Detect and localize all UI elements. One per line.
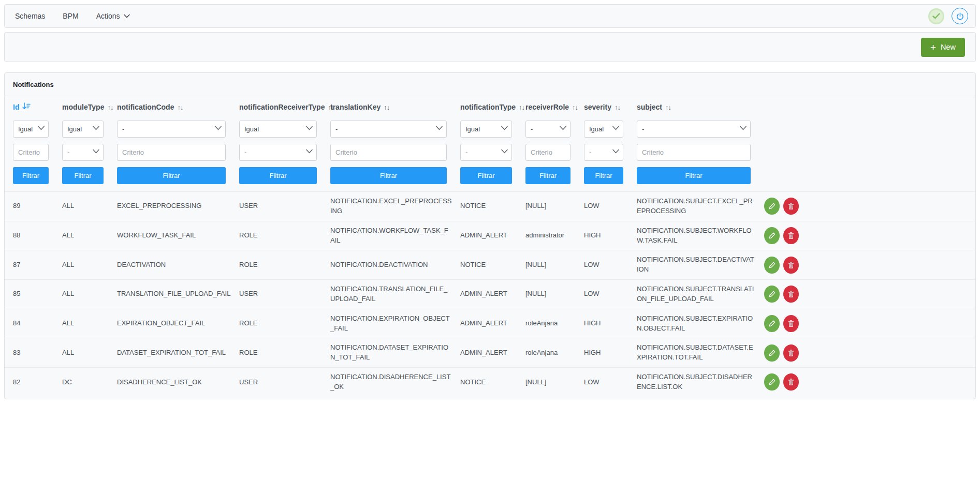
table-row: 88ALLWORKFLOW_TASK_FAILROLENOTIFICATION.… [5, 221, 975, 250]
filter-select-notificationReceiverType-1-control[interactable]: Igual [239, 121, 317, 138]
filter-select-severity-2: - [584, 144, 623, 161]
filter-select-translationKey-1: - [330, 121, 447, 138]
nav-item-actions[interactable]: Actions [96, 12, 130, 20]
filter-button-id[interactable]: Filtrar [13, 167, 49, 184]
edit-button[interactable] [764, 373, 780, 391]
new-button-label: New [941, 43, 956, 51]
cell-notificationCode: DISADHERENCE_LIST_OK [117, 368, 239, 397]
column-header-moduleType[interactable]: moduleType↑↓ [62, 96, 117, 116]
pencil-icon [769, 320, 776, 327]
cell-severity: LOW [584, 368, 637, 397]
cell-actions [764, 192, 975, 221]
filter-select-notificationReceiverType-2-control[interactable]: - [239, 144, 317, 161]
delete-button[interactable] [783, 198, 799, 215]
filter-select-notificationType-2-control[interactable]: - [460, 144, 512, 161]
edit-button[interactable] [764, 286, 780, 303]
filter-select-subject-1-control[interactable]: - [637, 121, 751, 138]
filter-button-notificationReceiverType[interactable]: Filtrar [239, 167, 317, 184]
filter-input-id[interactable] [13, 144, 49, 161]
delete-button[interactable] [783, 315, 799, 332]
pencil-icon [769, 291, 776, 297]
column-header-notificationCode[interactable]: notificationCode↑↓ [117, 96, 239, 116]
top-nav-bar: Schemas BPM Actions [4, 4, 976, 28]
filter-select-receiverRole-1-control[interactable]: - [525, 121, 571, 138]
column-header-receiverRole[interactable]: receiverRole↑↓ [525, 96, 584, 116]
nav-item-schemas[interactable]: Schemas [15, 12, 45, 20]
cell-severity: LOW [584, 250, 637, 280]
delete-button[interactable] [783, 257, 799, 274]
column-header-subject[interactable]: subject↑↓ [637, 96, 764, 116]
cell-moduleType: ALL [62, 192, 117, 221]
filter-input-notificationCode[interactable] [117, 144, 226, 161]
column-header-notificationType[interactable]: notificationType↑↓ [460, 96, 525, 116]
sort-toggle-icon[interactable]: ↑↓ [665, 103, 671, 111]
column-label-notificationReceiverType: notificationReceiverType [239, 103, 325, 111]
filter-select-moduleType-2-control[interactable]: - [62, 144, 104, 161]
filter-input-subject[interactable] [637, 144, 751, 161]
filter-input-receiverRole[interactable] [525, 144, 571, 161]
filter-button-receiverRole[interactable]: Filtrar [525, 167, 571, 184]
filter-button-severity[interactable]: Filtrar [584, 167, 623, 184]
new-button[interactable]: + New [921, 38, 965, 57]
cell-subject: NOTIFICATION.SUBJECT.DISADHERENCE.LIST.O… [637, 368, 764, 397]
cell-moduleType: ALL [62, 338, 117, 368]
cell-id: 87 [5, 250, 62, 280]
filter-button-translationKey[interactable]: Filtrar [330, 167, 447, 184]
sort-toggle-icon[interactable]: ↑↓ [519, 103, 524, 111]
filter-select-moduleType-1-control[interactable]: Igual [62, 121, 104, 138]
filter-select-notificationType-1-control[interactable]: Igual [460, 121, 512, 138]
delete-button[interactable] [783, 373, 799, 391]
filter-select-moduleType-2: - [62, 144, 104, 161]
column-header-translationKey[interactable]: translationKey↑↓ [330, 96, 460, 116]
filter-select-notificationCode-1-control[interactable]: - [117, 121, 226, 138]
column-header-id[interactable]: Id [5, 96, 62, 116]
cell-receiverRole: roleAnjana [525, 309, 584, 338]
sort-toggle-icon[interactable]: ↑↓ [615, 103, 620, 111]
pencil-icon [769, 379, 776, 385]
filter-select-severity-1-control[interactable]: Igual [584, 121, 623, 138]
filter-button-notificationCode[interactable]: Filtrar [117, 167, 226, 184]
power-button[interactable] [952, 8, 968, 24]
column-label-subject: subject [637, 103, 662, 111]
filter-input-translationKey[interactable] [330, 144, 447, 161]
edit-button[interactable] [764, 198, 780, 215]
edit-button[interactable] [764, 315, 780, 332]
edit-button[interactable] [764, 344, 780, 362]
sort-toggle-icon[interactable]: ↑↓ [572, 103, 578, 111]
filter-button-subject[interactable]: Filtrar [637, 167, 751, 184]
filter-select-subject-1: - [637, 121, 751, 138]
cell-actions [764, 250, 975, 280]
trash-icon [788, 320, 794, 327]
sort-desc-icon [22, 102, 31, 110]
nav-item-bpm[interactable]: BPM [63, 12, 78, 20]
filter-cell-subject: -Filtrar [637, 116, 764, 192]
edit-button[interactable] [764, 227, 780, 244]
pencil-icon [769, 232, 776, 239]
filter-button-moduleType[interactable]: Filtrar [62, 167, 104, 184]
filter-button-notificationType[interactable]: Filtrar [460, 167, 512, 184]
cell-notificationCode: DEACTIVATION [117, 250, 239, 280]
delete-button[interactable] [783, 344, 799, 362]
nav-right-icons [928, 8, 968, 24]
sort-toggle-icon[interactable]: ↑↓ [177, 103, 183, 111]
filter-cell-notificationCode: -Filtrar [117, 116, 239, 192]
sort-toggle-icon[interactable]: ↑↓ [107, 103, 113, 111]
cell-notificationCode: WORKFLOW_TASK_FAIL [117, 221, 239, 250]
cell-notificationCode: DATASET_EXPIRATION_TOT_FAIL [117, 338, 239, 368]
cell-notificationCode: EXPIRATION_OBJECT_FAIL [117, 309, 239, 338]
filter-select-severity-2-control[interactable]: - [584, 144, 623, 161]
status-check-badge-icon [928, 8, 944, 24]
filter-select-id-1-control[interactable]: Igual [13, 121, 49, 138]
delete-button[interactable] [783, 227, 799, 244]
cell-id: 88 [5, 221, 62, 250]
column-header-severity[interactable]: severity↑↓ [584, 96, 637, 116]
filter-select-translationKey-1-control[interactable]: - [330, 121, 447, 138]
delete-button[interactable] [783, 286, 799, 303]
cell-notificationType: ADMIN_ALERT [460, 280, 525, 309]
pencil-icon [769, 350, 776, 356]
edit-button[interactable] [764, 257, 780, 274]
column-header-notificationReceiverType[interactable]: notificationReceiverType↑↓ [239, 96, 330, 116]
filter-select-notificationReceiverType-2: - [239, 144, 317, 161]
sort-toggle-icon[interactable]: ↑↓ [384, 103, 389, 111]
column-label-receiverRole: receiverRole [525, 103, 569, 111]
